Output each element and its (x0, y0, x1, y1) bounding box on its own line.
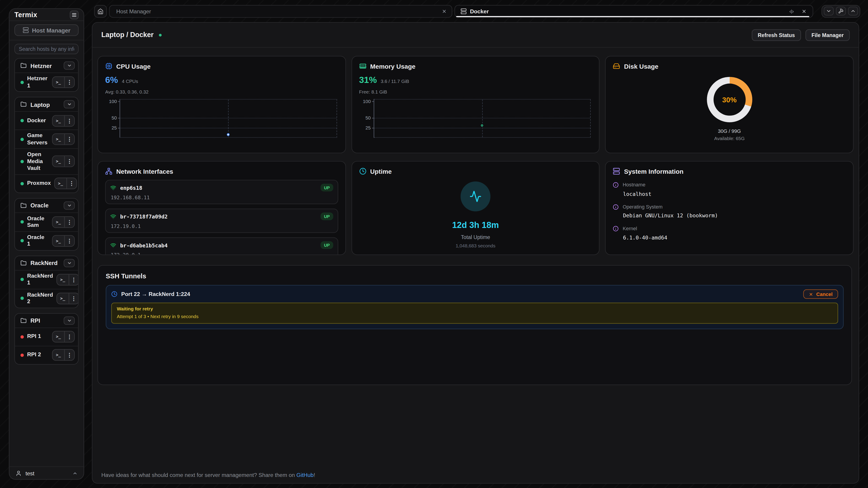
terminal-button[interactable]: >_ (57, 274, 68, 285)
host-menu-button[interactable]: ⋮ (64, 116, 74, 126)
host-actions: >_ ⋮ (54, 177, 77, 189)
host-menu-button[interactable]: ⋮ (64, 77, 74, 88)
user-icon (16, 470, 22, 476)
host-row[interactable]: RPI 2 >_ ⋮ (15, 346, 78, 364)
uptime-card: Uptime 12d 3h 18m Total Uptime 1,048,683… (351, 161, 600, 255)
y-tick-label: 100 (363, 99, 371, 104)
split-icon (789, 8, 794, 14)
collapse-panel-button[interactable] (824, 6, 834, 15)
y-tick (118, 118, 120, 119)
card-title: Disk Usage (624, 63, 658, 69)
info-icon (613, 204, 619, 210)
github-link[interactable]: GitHub (296, 472, 313, 478)
search-input[interactable] (14, 43, 79, 54)
chevron-down-icon (67, 318, 72, 323)
host-actions: >_ ⋮ (52, 156, 74, 167)
tab-label: Docker (470, 8, 489, 14)
user-menu[interactable]: test (9, 466, 84, 479)
terminal-button[interactable]: >_ (53, 235, 64, 246)
host-online-dot (159, 33, 162, 36)
network-icon (105, 168, 112, 175)
host-menu-button[interactable]: ⋮ (64, 235, 74, 246)
host-row[interactable]: Proxmox >_ ⋮ (15, 174, 78, 192)
file-manager-button[interactable]: File Manager (805, 29, 850, 41)
tab-docker-active[interactable]: Docker (455, 5, 813, 18)
terminal-button[interactable]: >_ (57, 293, 68, 304)
terminal-button[interactable]: >_ (53, 77, 64, 88)
group-name: Hetzner (31, 62, 60, 69)
host-row[interactable]: Open Media Vault >_ ⋮ (15, 148, 78, 174)
host-menu-button[interactable]: ⋮ (66, 178, 76, 189)
host-status-dot (21, 335, 24, 338)
terminal-button[interactable]: >_ (53, 350, 64, 360)
tab-host-manager[interactable]: Host Manager (109, 5, 452, 18)
y-tick-label: 50 (366, 115, 371, 121)
group-header[interactable]: RPI (15, 313, 78, 327)
card-header: Memory Usage (359, 63, 592, 70)
host-menu-button[interactable]: ⋮ (64, 134, 74, 144)
host-actions: >_ ⋮ (52, 349, 74, 361)
group-collapse-button[interactable] (64, 316, 75, 325)
terminal-button[interactable]: >_ (53, 156, 64, 167)
interface-name-row: br-d6abe1b5cab4 UP (110, 241, 333, 249)
refresh-status-button[interactable]: Refresh Status (752, 29, 801, 41)
host-row[interactable]: Game Servers >_ ⋮ (15, 129, 78, 148)
page-actions: Refresh Status File Manager (752, 29, 850, 41)
terminal-button[interactable]: >_ (53, 134, 64, 144)
clock-icon (111, 291, 117, 297)
panel-footer: Have ideas for what should come next for… (101, 472, 315, 478)
memory-history-chart: 100 50 25 (373, 99, 591, 138)
host-row[interactable]: Hetzner 1 >_ ⋮ (15, 72, 78, 91)
interface-ip: 192.168.68.11 (111, 195, 333, 200)
group-header[interactable]: Oracle (15, 198, 78, 212)
host-menu-button[interactable]: ⋮ (64, 331, 74, 342)
card-header: CPU Usage (105, 63, 338, 70)
host-group-racknerd: RackNerd RackNerd 1 >_ ⋮ RackNerd 2 >_ (14, 255, 79, 308)
terminal-button[interactable]: >_ (53, 116, 64, 126)
expand-panel-button[interactable] (848, 6, 858, 15)
interface-name-row: br-73718f7a09d2 UP (110, 213, 333, 220)
group-header[interactable]: Laptop (15, 97, 78, 111)
group-collapse-button[interactable] (64, 201, 75, 209)
y-tick (372, 101, 373, 102)
group-header[interactable]: Hetzner (15, 59, 78, 72)
host-group-oracle: Oracle Oracle Sam >_ ⋮ Oracle 1 >_ (14, 198, 79, 251)
host-menu-button[interactable]: ⋮ (64, 217, 74, 227)
tools-button[interactable] (836, 6, 846, 15)
host-name: Open Media Vault (27, 151, 49, 172)
host-row[interactable]: Oracle 1 >_ ⋮ (15, 231, 78, 250)
host-row[interactable]: Oracle Sam >_ ⋮ (15, 212, 78, 231)
cancel-tunnel-button[interactable]: Cancel (804, 289, 838, 299)
host-row[interactable]: RackNerd 1 >_ ⋮ (15, 270, 78, 289)
terminal-button[interactable]: >_ (53, 331, 64, 342)
group-collapse-button[interactable] (64, 100, 75, 108)
host-row[interactable]: RPI 1 >_ ⋮ (15, 327, 78, 346)
close-tab-button[interactable] (799, 7, 808, 16)
folder-icon (21, 101, 27, 107)
info-icon (613, 182, 619, 188)
host-menu-button[interactable]: ⋮ (68, 274, 79, 285)
group-collapse-button[interactable] (64, 61, 75, 70)
host-menu-button[interactable]: ⋮ (64, 156, 74, 167)
terminal-button[interactable]: >_ (53, 217, 64, 227)
gridline-vertical (228, 100, 229, 137)
stats-row-2: Network Interfaces enp6s18 UP 192.168.68… (97, 161, 854, 255)
memory-used-total: 3.6 / 11.7 GiB (381, 78, 409, 84)
terminal-button[interactable]: >_ (55, 178, 66, 189)
host-row[interactable]: Docker >_ ⋮ (15, 111, 78, 129)
host-menu-button[interactable]: ⋮ (68, 293, 79, 304)
host-row[interactable]: RackNerd 2 >_ ⋮ (15, 289, 78, 307)
group-collapse-button[interactable] (64, 259, 75, 267)
host-manager-nav-button[interactable]: Host Manager (14, 24, 79, 36)
host-group-hetzner: Hetzner Hetzner 1 >_ ⋮ (14, 58, 79, 92)
host-menu-button[interactable]: ⋮ (64, 350, 74, 360)
hamburger-menu-button[interactable] (70, 10, 79, 19)
close-tab-button[interactable] (439, 7, 448, 16)
host-status-dot (21, 297, 24, 300)
disk-used-total: 30G / 99G (718, 128, 741, 134)
ssh-tunnels-section: SSH Tunnels Port 22 → RackNerd 1:224 Can… (97, 265, 852, 385)
home-icon (97, 8, 103, 14)
group-header[interactable]: RackNerd (15, 256, 78, 270)
home-tab-button[interactable] (94, 5, 107, 18)
split-view-button[interactable] (787, 7, 796, 16)
